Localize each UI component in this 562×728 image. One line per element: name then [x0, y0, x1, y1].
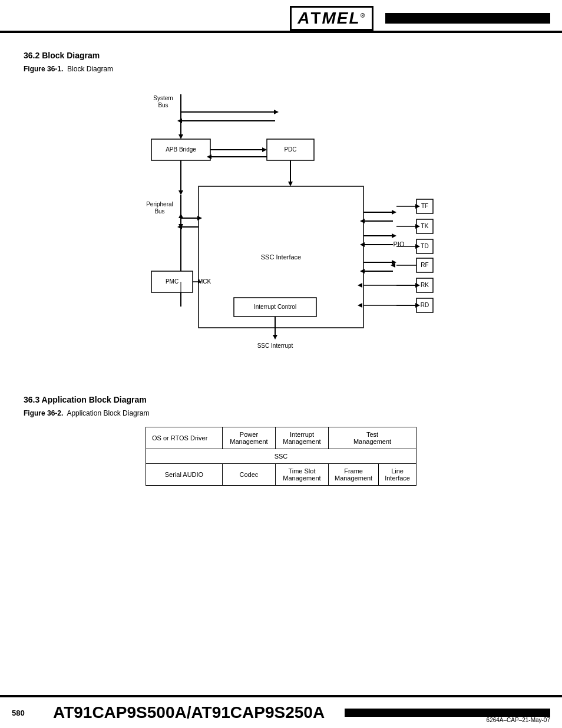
- figure-36-2-text: Application Block Diagram: [67, 409, 149, 417]
- svg-marker-45: [392, 210, 396, 215]
- svg-text:PDC: PDC: [284, 146, 296, 153]
- svg-text:Peripheral: Peripheral: [146, 201, 173, 207]
- figure-36-2-label: Figure 36-2.: [24, 409, 63, 417]
- figure-36-1-text: Block Diagram: [67, 65, 113, 73]
- svg-marker-49: [392, 233, 396, 238]
- main-content: 36.2 Block Diagram Figure 36-1. Block Di…: [0, 33, 562, 498]
- block-diagram-svg: System Bus APB Bridge Peripheral: [128, 83, 434, 383]
- figure-36-1-caption: Figure 36-1. Block Diagram: [24, 65, 538, 73]
- logo-area: ATMEL®: [290, 6, 550, 31]
- section-36-3-title: 36.3 Application Block Diagram: [24, 395, 538, 404]
- svg-text:PMC: PMC: [166, 278, 178, 285]
- figure-36-1-label: Figure 36-1.: [24, 65, 63, 73]
- app-row-3: Serial AUDIO Codec Time SlotManagement F…: [146, 464, 416, 486]
- header-bar: [385, 13, 550, 24]
- svg-text:RF: RF: [421, 262, 428, 268]
- block-diagram-container: System Bus APB Bridge Peripheral: [128, 83, 434, 377]
- figure-36-2-caption: Figure 36-2. Application Block Diagram: [24, 409, 538, 417]
- svg-marker-7: [177, 118, 182, 123]
- footer-bar: [345, 709, 550, 717]
- footer-page-number: 580: [12, 709, 41, 717]
- svg-text:System: System: [153, 95, 173, 101]
- svg-text:TF: TF: [421, 203, 428, 209]
- atmel-logo: ATMEL®: [290, 6, 373, 31]
- svg-text:TD: TD: [421, 243, 428, 249]
- footer-doc-number: 6264A–CAP–21-May-07: [487, 717, 550, 723]
- svg-text:Bus: Bus: [158, 102, 168, 108]
- page-header: ATMEL®: [0, 0, 562, 33]
- app-cell-power-mgmt: PowerManagement: [222, 427, 275, 449]
- section-36-2-title: 36.2 Block Diagram: [24, 51, 538, 60]
- app-cell-line-interface: Line Interface: [379, 464, 416, 486]
- page-footer: 580 AT91CAP9S500A/AT91CAP9S250A: [0, 695, 562, 728]
- footer-product-name: AT91CAP9S500A/AT91CAP9S250A: [53, 703, 325, 722]
- svg-marker-20: [262, 147, 267, 152]
- svg-marker-11: [178, 190, 183, 195]
- svg-text:Interrupt Control: Interrupt Control: [254, 304, 296, 310]
- app-cell-serial-audio: Serial AUDIO: [146, 464, 223, 486]
- app-cell-interrupt-mgmt: InterruptManagement: [275, 427, 328, 449]
- app-cell-os-driver: OS or RTOS Driver: [146, 427, 223, 449]
- svg-marker-3: [178, 134, 183, 139]
- app-row-1: OS or RTOS Driver PowerManagement Interr…: [146, 427, 416, 449]
- app-cell-test-mgmt: TestManagement: [328, 427, 416, 449]
- svg-marker-26: [288, 182, 293, 186]
- app-cell-ssc: SSC: [146, 449, 416, 464]
- app-cell-codec: Codec: [222, 464, 275, 486]
- svg-text:SSC Interrupt: SSC Interrupt: [257, 342, 293, 349]
- svg-marker-42: [273, 335, 277, 340]
- svg-text:Bus: Bus: [154, 208, 164, 215]
- svg-text:SSC Interface: SSC Interface: [261, 253, 301, 261]
- svg-marker-5: [274, 110, 279, 114]
- svg-text:TK: TK: [421, 223, 429, 229]
- app-cell-frame: FrameManagement: [328, 464, 378, 486]
- app-diagram-table: OS or RTOS Driver PowerManagement Interr…: [146, 427, 416, 486]
- app-row-ssc: SSC: [146, 449, 416, 464]
- app-cell-timeslot: Time SlotManagement: [275, 464, 328, 486]
- svg-text:RD: RD: [421, 302, 429, 308]
- svg-text:APB Bridge: APB Bridge: [166, 146, 196, 153]
- svg-marker-17: [178, 213, 183, 218]
- svg-text:RK: RK: [421, 282, 429, 288]
